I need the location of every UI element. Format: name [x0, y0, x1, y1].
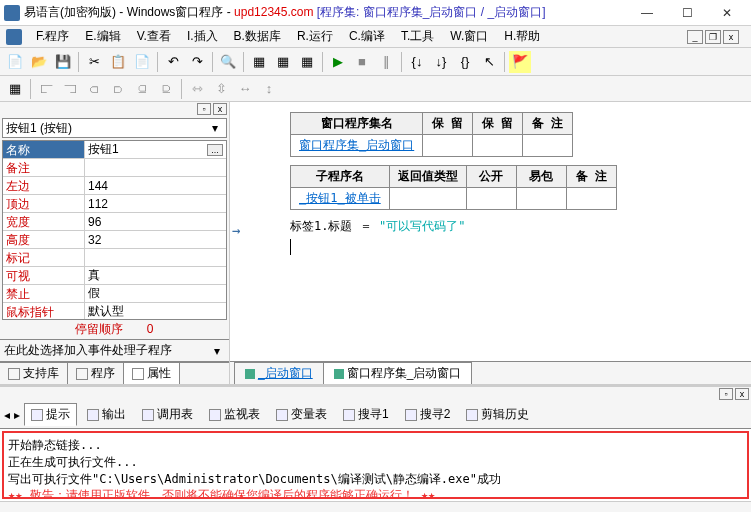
- prop-value[interactable]: 112: [85, 195, 226, 212]
- menu-edit[interactable]: E.编辑: [79, 26, 126, 47]
- align-bot-icon: ⫒: [155, 78, 177, 100]
- menu-help[interactable]: H.帮助: [498, 26, 546, 47]
- out-tab-hint[interactable]: 提示: [24, 403, 77, 426]
- new-icon[interactable]: 📄: [4, 51, 26, 73]
- prop-row[interactable]: 可视真: [3, 267, 226, 285]
- prop-row[interactable]: 鼠标指针默认型: [3, 303, 226, 320]
- attr-icon: [132, 368, 144, 380]
- menu-run[interactable]: R.运行: [291, 26, 339, 47]
- tab-assembly[interactable]: 窗口程序集_启动窗口: [323, 362, 473, 384]
- search-icon: [405, 409, 417, 421]
- prop-value[interactable]: 假: [85, 285, 226, 302]
- find-icon[interactable]: 🔍: [217, 51, 239, 73]
- run-icon[interactable]: ▶: [327, 51, 349, 73]
- prop-row[interactable]: 标记: [3, 249, 226, 267]
- out-pin-icon[interactable]: ▫: [719, 388, 733, 400]
- prop-row[interactable]: 禁止假: [3, 285, 226, 303]
- app-menu-icon[interactable]: [6, 29, 22, 45]
- redo-icon[interactable]: ↷: [186, 51, 208, 73]
- tab-properties[interactable]: 属性: [124, 363, 180, 384]
- cut-icon[interactable]: ✂: [83, 51, 105, 73]
- prop-value[interactable]: 96: [85, 213, 226, 230]
- inner-restore[interactable]: ❐: [705, 30, 721, 44]
- prop-row[interactable]: 左边144: [3, 177, 226, 195]
- pause-icon[interactable]: ‖: [375, 51, 397, 73]
- flag-icon[interactable]: 🚩: [509, 51, 531, 73]
- maximize-button[interactable]: ☐: [667, 1, 707, 25]
- event-selector[interactable]: 在此处选择加入事件处理子程序 ▾: [0, 339, 229, 362]
- prop-row[interactable]: 备注: [3, 159, 226, 177]
- prev-tabs-icon[interactable]: ◂: [4, 408, 10, 422]
- open-icon[interactable]: 📂: [28, 51, 50, 73]
- prop-row[interactable]: 名称按钮1...: [3, 141, 226, 159]
- ellipsis-button[interactable]: ...: [207, 144, 223, 156]
- tab-program[interactable]: 程序: [68, 363, 124, 384]
- tb-icon-b[interactable]: ▦: [272, 51, 294, 73]
- prop-name: 备注: [3, 159, 85, 176]
- inner-min[interactable]: _: [687, 30, 703, 44]
- align1-icon[interactable]: ▦: [4, 78, 26, 100]
- menu-db[interactable]: B.数据库: [228, 26, 287, 47]
- save-icon[interactable]: 💾: [52, 51, 74, 73]
- out-tab-watch[interactable]: 监视表: [203, 404, 266, 425]
- assembly-link[interactable]: 窗口程序集_启动窗口: [291, 135, 423, 157]
- step2-icon[interactable]: ↓}: [430, 51, 452, 73]
- prop-value[interactable]: [85, 159, 226, 176]
- out-tab-search2[interactable]: 搜寻2: [399, 404, 457, 425]
- align-top-icon: ⫐: [107, 78, 129, 100]
- menu-window[interactable]: W.窗口: [444, 26, 494, 47]
- panel-pin-icon[interactable]: ▫: [197, 103, 211, 115]
- close-button[interactable]: ✕: [707, 1, 747, 25]
- dist-h-icon: ⇿: [186, 78, 208, 100]
- tb-icon-a[interactable]: ▦: [248, 51, 270, 73]
- prop-row[interactable]: 顶边112: [3, 195, 226, 213]
- out-tab-output[interactable]: 输出: [81, 404, 132, 425]
- paste-icon[interactable]: 📄: [131, 51, 153, 73]
- inner-close[interactable]: x: [723, 30, 739, 44]
- stop-icon[interactable]: ■: [351, 51, 373, 73]
- menubar: F.程序 E.编辑 V.查看 I.插入 B.数据库 R.运行 C.编译 T.工具…: [0, 26, 751, 48]
- output-text[interactable]: 开始静态链接... 正在生成可执行文件... 写出可执行文件"C:\Users\…: [2, 431, 749, 499]
- undo-icon[interactable]: ↶: [162, 51, 184, 73]
- object-combo[interactable]: 按钮1 (按钮) ▾: [2, 118, 227, 138]
- code-line: 标签1.标题 ＝ "可以写代码了": [290, 218, 743, 235]
- out-close-icon[interactable]: x: [735, 388, 749, 400]
- menu-insert[interactable]: I.插入: [181, 26, 224, 47]
- statusbar: [0, 501, 751, 512]
- menu-compile[interactable]: C.编译: [343, 26, 391, 47]
- prop-value[interactable]: 默认型: [85, 303, 226, 320]
- prop-name: 鼠标指针: [3, 303, 85, 320]
- copy-icon[interactable]: 📋: [107, 51, 129, 73]
- arrow-marker-icon: →: [232, 222, 240, 238]
- out-tab-search1[interactable]: 搜寻1: [337, 404, 395, 425]
- menu-view[interactable]: V.查看: [131, 26, 177, 47]
- property-grid[interactable]: 名称按钮1...备注左边144顶边112宽度96高度32标记可视真禁止假鼠标指针…: [2, 140, 227, 320]
- prop-value[interactable]: [85, 249, 226, 266]
- main-toolbar: 📄 📂 💾 ✂ 📋 📄 ↶ ↷ 🔍 ▦ ▦ ▦ ▶ ■ ‖ {↓ ↓} {} ↖…: [0, 48, 751, 76]
- prop-foot-name: 停留顺序: [75, 322, 123, 336]
- tb-icon-c[interactable]: ▦: [296, 51, 318, 73]
- code-editor[interactable]: → 窗口程序集名保 留保 留备 注 窗口程序集_启动窗口 子程序名返回值类型公开…: [230, 102, 751, 361]
- prop-name: 名称: [3, 141, 85, 158]
- minimize-button[interactable]: —: [627, 1, 667, 25]
- step3-icon[interactable]: {}: [454, 51, 476, 73]
- prop-value[interactable]: 真: [85, 267, 226, 284]
- same-w-icon: ↔: [234, 78, 256, 100]
- tab-support[interactable]: 支持库: [0, 363, 68, 384]
- cursor-icon[interactable]: ↖: [478, 51, 500, 73]
- menu-tools[interactable]: T.工具: [395, 26, 440, 47]
- prop-row[interactable]: 宽度96: [3, 213, 226, 231]
- prop-value[interactable]: 32: [85, 231, 226, 248]
- tab-form[interactable]: _启动窗口: [234, 362, 324, 384]
- out-tab-var[interactable]: 变量表: [270, 404, 333, 425]
- menu-file[interactable]: F.程序: [30, 26, 75, 47]
- prop-value[interactable]: 按钮1...: [85, 141, 226, 158]
- prop-value[interactable]: 144: [85, 177, 226, 194]
- next-tabs-icon[interactable]: ▸: [14, 408, 20, 422]
- step-icon[interactable]: {↓: [406, 51, 428, 73]
- out-tab-call[interactable]: 调用表: [136, 404, 199, 425]
- prop-row[interactable]: 高度32: [3, 231, 226, 249]
- panel-close-icon[interactable]: x: [213, 103, 227, 115]
- sub-link[interactable]: _按钮1_被单击: [291, 188, 390, 210]
- out-tab-clip[interactable]: 剪辑历史: [460, 404, 535, 425]
